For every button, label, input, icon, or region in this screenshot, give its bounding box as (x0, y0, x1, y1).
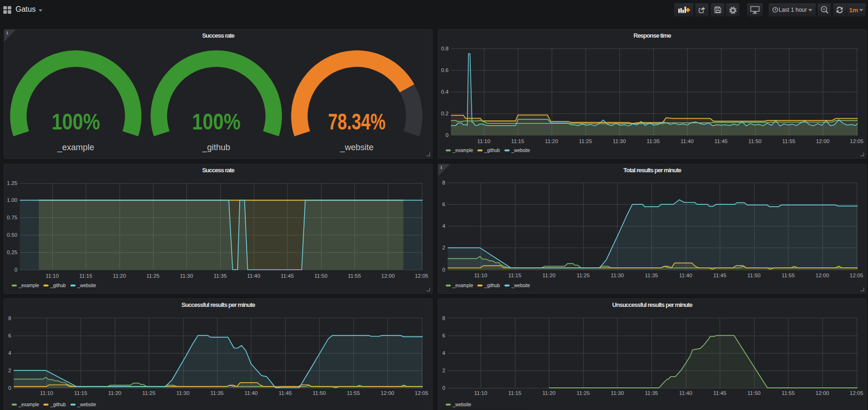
svg-text:11:15: 11:15 (79, 273, 92, 279)
svg-text:11:20: 11:20 (545, 138, 558, 144)
svg-text:11:25: 11:25 (577, 390, 590, 396)
svg-text:11:10: 11:10 (474, 273, 487, 278)
svg-text:0: 0 (442, 385, 445, 391)
svg-text:2: 2 (8, 368, 11, 373)
svg-text:11:30: 11:30 (613, 138, 626, 144)
svg-text:_website: _website (77, 283, 96, 288)
svg-text:11:50: 11:50 (314, 273, 328, 279)
svg-text:11:50: 11:50 (747, 390, 761, 396)
svg-text:11:20: 11:20 (542, 390, 555, 396)
svg-text:11:20: 11:20 (108, 390, 121, 396)
svg-text:0: 0 (15, 267, 17, 273)
svg-text:12:00: 12:00 (816, 273, 829, 278)
svg-text:100%: 100% (52, 108, 100, 134)
svg-text:0.50: 0.50 (7, 232, 17, 238)
svg-text:11:35: 11:35 (214, 273, 227, 279)
svg-text:12:00: 12:00 (381, 390, 394, 396)
svg-text:12:00: 12:00 (816, 390, 829, 396)
svg-text:11:55: 11:55 (348, 273, 361, 279)
svg-text:_website: _website (339, 143, 373, 153)
svg-text:11:35: 11:35 (645, 273, 658, 278)
svg-text:11:40: 11:40 (679, 273, 692, 278)
svg-text:_example: _example (452, 148, 474, 153)
svg-text:_github: _github (202, 143, 230, 153)
svg-text:4: 4 (442, 350, 446, 356)
svg-text:_example: _example (452, 283, 474, 288)
svg-text:11:15: 11:15 (74, 390, 87, 396)
svg-text:11:55: 11:55 (781, 390, 795, 396)
svg-text:11:55: 11:55 (782, 138, 796, 144)
svg-text:_github: _github (484, 148, 500, 153)
svg-text:_website: _website (511, 148, 530, 153)
svg-text:_example: _example (18, 283, 40, 288)
svg-text:6: 6 (442, 333, 445, 338)
svg-text:11:10: 11:10 (477, 138, 490, 144)
svg-text:11:10: 11:10 (46, 273, 59, 279)
svg-text:11:45: 11:45 (715, 138, 728, 144)
svg-text:11:55: 11:55 (781, 273, 795, 278)
svg-text:8: 8 (442, 315, 445, 321)
svg-text:0.8: 0.8 (441, 46, 449, 51)
svg-text:11:40: 11:40 (681, 138, 694, 144)
svg-text:11:25: 11:25 (146, 273, 160, 279)
svg-text:11:40: 11:40 (245, 390, 258, 396)
svg-text:2: 2 (442, 245, 445, 250)
svg-text:4: 4 (8, 350, 12, 356)
svg-text:6: 6 (8, 333, 11, 338)
svg-text:12:05: 12:05 (850, 138, 864, 144)
svg-text:6: 6 (442, 201, 445, 207)
svg-text:11:30: 11:30 (611, 390, 624, 396)
svg-text:12:05: 12:05 (415, 273, 428, 279)
svg-text:1.00: 1.00 (7, 197, 17, 203)
svg-text:11:45: 11:45 (279, 390, 292, 396)
svg-text:11:35: 11:35 (647, 138, 660, 144)
svg-text:11:30: 11:30 (177, 390, 190, 396)
svg-text:78.34%: 78.34% (328, 109, 386, 135)
svg-text:11:40: 11:40 (247, 273, 260, 279)
svg-text:_github: _github (50, 402, 66, 407)
svg-text:11:50: 11:50 (747, 273, 761, 278)
svg-text:11:30: 11:30 (180, 273, 193, 279)
svg-text:0.2: 0.2 (441, 111, 449, 116)
svg-text:11:25: 11:25 (142, 390, 155, 396)
svg-text:11:10: 11:10 (40, 390, 53, 396)
svg-text:4: 4 (442, 223, 446, 229)
svg-text:11:50: 11:50 (313, 390, 326, 396)
svg-text:_website: _website (77, 402, 96, 407)
svg-text:0.4: 0.4 (441, 89, 449, 95)
svg-text:11:35: 11:35 (210, 390, 224, 396)
svg-text:12:05: 12:05 (850, 390, 863, 396)
svg-text:100%: 100% (192, 108, 241, 134)
svg-text:0.6: 0.6 (441, 67, 449, 73)
svg-text:1.25: 1.25 (7, 180, 17, 186)
svg-text:11:15: 11:15 (508, 273, 522, 278)
svg-text:11:45: 11:45 (281, 273, 294, 279)
svg-text:11:55: 11:55 (347, 390, 360, 396)
svg-text:0: 0 (446, 132, 449, 138)
svg-text:12:00: 12:00 (816, 138, 829, 144)
svg-text:_website: _website (452, 402, 472, 407)
svg-text:0: 0 (8, 385, 11, 391)
svg-text:11:35: 11:35 (645, 390, 658, 396)
svg-text:2: 2 (442, 368, 445, 373)
svg-text:_github: _github (50, 283, 66, 288)
svg-text:11:25: 11:25 (577, 273, 590, 278)
svg-text:_github: _github (484, 283, 500, 288)
svg-text:11:45: 11:45 (713, 390, 726, 396)
svg-text:12:00: 12:00 (381, 273, 395, 279)
svg-text:0: 0 (442, 267, 445, 273)
svg-text:11:45: 11:45 (713, 273, 726, 278)
svg-text:11:40: 11:40 (679, 390, 692, 396)
svg-text:_example: _example (18, 402, 40, 407)
svg-text:11:30: 11:30 (611, 273, 624, 278)
svg-text:11:20: 11:20 (542, 273, 555, 278)
svg-text:0.25: 0.25 (7, 249, 17, 255)
svg-text:11:25: 11:25 (579, 138, 592, 144)
svg-text:_website: _website (511, 283, 530, 288)
svg-text:11:50: 11:50 (748, 138, 762, 144)
svg-text:8: 8 (8, 315, 11, 321)
svg-text:11:20: 11:20 (113, 273, 126, 279)
svg-text:12:05: 12:05 (850, 273, 863, 278)
svg-text:12:05: 12:05 (415, 390, 428, 396)
svg-text:11:15: 11:15 (511, 138, 524, 144)
